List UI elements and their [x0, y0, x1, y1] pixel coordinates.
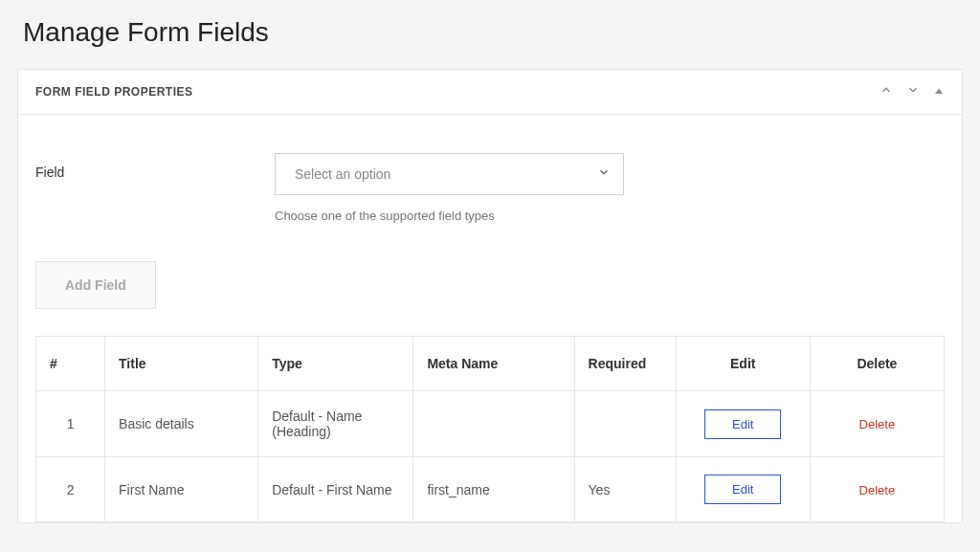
chevron-down-icon[interactable] [906, 83, 920, 100]
panel-title: FORM FIELD PROPERTIES [35, 85, 193, 99]
cell-title: First Name [105, 457, 258, 522]
cell-index: 2 [36, 457, 105, 522]
cell-title: Basic details [105, 391, 258, 457]
panel-controls [880, 83, 945, 100]
edit-button[interactable]: Edit [704, 475, 781, 504]
cell-type: Default - Name (Heading) [258, 391, 413, 457]
col-meta-header: Meta Name [413, 337, 574, 391]
table-row: 2 First Name Default - First Name first_… [36, 457, 945, 522]
cell-meta [413, 391, 574, 457]
chevron-up-icon[interactable] [880, 83, 893, 100]
cell-required: Yes [574, 457, 676, 522]
select-placeholder: Select an option [295, 166, 390, 182]
page-title: Manage Form Fields [0, 0, 980, 69]
form-field-properties-panel: FORM FIELD PROPERTIES Field Select an op… [17, 69, 963, 523]
field-label: Field [35, 153, 275, 180]
col-index-header: # [36, 337, 105, 391]
collapse-icon[interactable] [933, 83, 945, 100]
add-field-button[interactable]: Add Field [35, 261, 156, 309]
cell-type: Default - First Name [258, 457, 413, 522]
field-type-select[interactable]: Select an option [275, 153, 624, 195]
cell-index: 1 [36, 391, 105, 457]
col-title-header: Title [105, 337, 258, 391]
edit-button[interactable]: Edit [704, 409, 781, 439]
svg-marker-0 [935, 89, 943, 95]
col-type-header: Type [258, 337, 413, 391]
panel-body: Field Select an option Choose one of the… [18, 115, 962, 522]
cell-meta: first_name [413, 457, 574, 522]
col-delete-header: Delete [810, 337, 944, 391]
panel-header: FORM FIELD PROPERTIES [18, 70, 962, 115]
delete-link[interactable]: Delete [859, 417, 896, 431]
field-type-row: Field Select an option Choose one of the… [35, 153, 945, 223]
field-help-text: Choose one of the supported field types [275, 209, 624, 223]
col-edit-header: Edit [676, 337, 810, 391]
delete-link[interactable]: Delete [859, 483, 896, 497]
col-required-header: Required [574, 337, 676, 391]
cell-required [574, 391, 676, 457]
table-row: 1 Basic details Default - Name (Heading)… [36, 391, 945, 457]
fields-table: # Title Type Meta Name Required Edit Del… [35, 336, 945, 522]
